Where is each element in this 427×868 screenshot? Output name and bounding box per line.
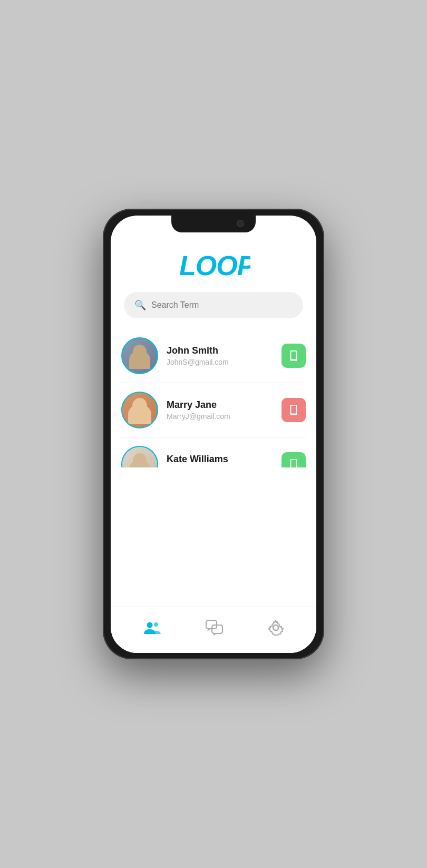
contact-name: Kate Williams	[167, 454, 273, 465]
search-input[interactable]	[151, 300, 293, 310]
phone-screen: LOOP 🔍 John Smith JohnS@gmail.c	[111, 216, 316, 653]
contact-email: JohnS@gmail.com	[167, 358, 273, 366]
tab-contacts[interactable]	[133, 616, 172, 639]
svg-rect-8	[291, 460, 296, 467]
svg-point-3	[293, 359, 294, 360]
contact-name: John Smith	[167, 345, 273, 356]
contact-name: Marry Jane	[167, 399, 273, 411]
avatar	[121, 446, 158, 468]
phone-frame: LOOP 🔍 John Smith JohnS@gmail.c	[103, 209, 324, 659]
search-icon: 🔍	[134, 299, 146, 311]
content-spacer	[111, 467, 316, 607]
phone-icon	[288, 459, 299, 468]
contacts-tab-icon	[143, 620, 161, 635]
svg-rect-2	[291, 351, 296, 359]
camera	[237, 220, 244, 227]
contact-info: John Smith JohnS@gmail.com	[167, 345, 273, 366]
phone-icon	[288, 404, 299, 416]
contact-item[interactable]: Kate Williams Kate_W@gmail.com	[121, 437, 306, 468]
contacts-list: John Smith JohnS@gmail.com	[111, 329, 316, 468]
phone-status-badge[interactable]	[282, 344, 306, 368]
svg-text:LOOP: LOOP	[179, 250, 250, 279]
settings-tab-icon	[268, 620, 284, 636]
avatar	[121, 337, 158, 374]
notch	[171, 216, 256, 232]
messages-tab-icon	[206, 620, 224, 636]
svg-point-6	[293, 414, 294, 415]
contact-item[interactable]: Marry Jane MarryJ@gmail.com	[121, 383, 306, 437]
tab-settings[interactable]	[257, 616, 294, 640]
loop-logo: LOOP	[177, 250, 250, 279]
phone-status-badge[interactable]	[282, 452, 306, 468]
contact-info: Marry Jane MarryJ@gmail.com	[167, 399, 273, 421]
search-bar[interactable]: 🔍	[124, 292, 303, 318]
avatar	[121, 392, 158, 428]
phone-status-badge[interactable]	[282, 398, 306, 422]
logo-svg: LOOP	[177, 250, 250, 279]
app-content: LOOP 🔍 John Smith JohnS@gmail.c	[111, 216, 316, 653]
svg-point-13	[147, 622, 153, 628]
search-container: 🔍	[111, 292, 316, 329]
tab-bar	[111, 607, 316, 653]
phone-icon	[288, 350, 299, 362]
contact-email: MarryJ@gmail.com	[167, 412, 273, 421]
contact-info: Kate Williams Kate_W@gmail.com	[167, 454, 273, 468]
tab-messages[interactable]	[195, 616, 234, 640]
svg-point-17	[273, 625, 278, 630]
svg-point-14	[154, 622, 158, 627]
svg-rect-5	[291, 405, 296, 413]
contact-item[interactable]: John Smith JohnS@gmail.com	[121, 329, 306, 383]
logo-container: LOOP	[111, 239, 316, 292]
